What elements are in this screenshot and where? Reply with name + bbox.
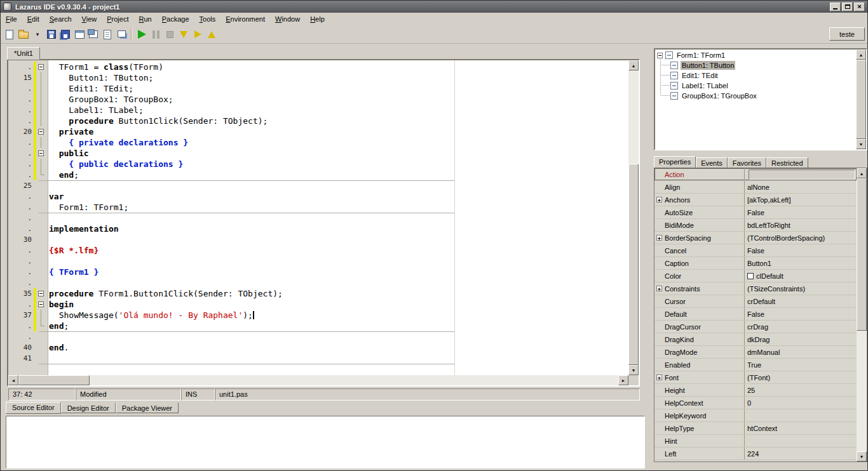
property-value-cell[interactable]: htContext [745,422,857,434]
open-dropdown-button[interactable]: ▾ [31,27,44,41]
code-line[interactable]: Button1: TButton; [49,72,628,83]
inspector-tab-properties[interactable]: Properties [654,156,696,168]
code-line[interactable] [49,277,628,288]
property-row-helpkeyword[interactable]: HelpKeyword [654,409,857,422]
code-line[interactable]: { public declarations } [49,159,628,169]
property-row-align[interactable]: AlignalNone [654,181,857,194]
property-value-cell[interactable]: 25 [745,384,857,396]
close-button[interactable]: × [854,3,865,11]
property-value-cell[interactable] [745,435,857,447]
tree-node-groupbox1[interactable]: GroupBox1: TGroupBox [655,91,856,101]
property-value-cell[interactable]: 224 [745,448,857,460]
inspector-tab-restricted[interactable]: Restricted [766,157,808,168]
grid-scrollbar[interactable]: ▲ ▼ [857,168,867,461]
run-button[interactable] [135,27,149,41]
fold-toggle-icon[interactable] [38,129,44,135]
property-row-anchors[interactable]: +Anchors[akTop,akLeft] [654,194,857,206]
tree-node-form1[interactable]: Form1: TForm1 [655,50,856,60]
property-value-cell[interactable]: (TControlBorderSpacing) [745,232,857,244]
property-value-cell[interactable]: bdLeftToRight [745,219,857,231]
property-row-constraints[interactable]: +Constraints(TSizeConstraints) [654,282,857,295]
view-tab-source-editor[interactable]: Source Editor [6,402,61,414]
property-row-hint[interactable]: Hint [654,435,857,448]
grid-scroll-thumb[interactable] [857,178,867,331]
menu-project[interactable]: Project [102,14,133,24]
property-value-cell[interactable] [745,409,857,421]
view-tab-design-editor[interactable]: Design Editor [61,402,116,413]
property-value-cell[interactable]: 0 [745,397,857,409]
new-form-button[interactable] [72,27,86,41]
teste-button[interactable]: teste [829,27,865,41]
property-value-cell[interactable]: (TFont) [745,371,857,383]
menu-window[interactable]: Window [270,14,305,24]
property-value-cell[interactable]: dmManual [745,346,857,358]
code-line[interactable]: Form1: TForm1; [49,202,628,213]
step-into-button[interactable] [177,27,191,41]
code-line[interactable] [49,331,628,342]
tree-node-button1[interactable]: Button1: TButton [655,60,856,70]
code-line[interactable]: TForm1 = class(TForm) [49,62,628,72]
fold-toggle-icon[interactable] [38,64,44,70]
property-value-cell[interactable]: Button1 [745,257,857,269]
property-value-cell[interactable]: [akTop,akLeft] [745,194,857,206]
fold-toggle-icon[interactable] [38,302,44,307]
code-line[interactable]: Edit1: TEdit; [49,83,628,94]
restore-button[interactable] [842,3,853,11]
new-unit-button[interactable] [3,27,17,41]
vscroll-thumb[interactable] [628,164,639,365]
code-line[interactable]: end; [49,169,628,180]
tree-scroll-thumb[interactable] [856,60,866,139]
toggle-form-unit-button[interactable] [86,27,100,41]
code-line[interactable]: { TForm1 } [49,267,628,277]
property-value-cell[interactable]: (TSizeConstraints) [745,282,857,295]
code-line[interactable] [49,213,628,223]
tree-node-label1[interactable]: Label1: TLabel [655,81,856,91]
property-row-cursor[interactable]: CursorcrDefault [654,295,857,308]
property-value-cell[interactable]: alNone [745,181,857,193]
scroll-down-icon[interactable]: ▼ [628,365,639,375]
view-units-button[interactable] [100,27,114,41]
property-row-dragmode[interactable]: DragModedmManual [654,346,857,359]
property-value-editor[interactable] [749,169,855,180]
editor-hscrollbar[interactable]: ◄ ► [8,375,628,385]
expand-icon[interactable]: + [656,197,662,202]
hscroll-thumb[interactable] [18,375,90,385]
editor-vscrollbar[interactable]: ▲ ▼ [628,60,639,375]
property-row-helpcontext[interactable]: HelpContext0 [654,397,857,409]
code-line[interactable]: ShowMessage('Olá mundo! - By Raphael'); [49,310,628,321]
code-line[interactable]: private [49,126,628,137]
tree-node-edit1[interactable]: Edit1: TEdit [655,70,856,81]
code-line[interactable] [49,234,628,245]
code-line[interactable] [49,256,628,267]
tree-scrollbar[interactable]: ▲ ▼ [856,50,866,149]
property-grid[interactable]: ActionAlignalNone+Anchors[akTop,akLeft]A… [654,168,867,462]
scroll-down-icon[interactable]: ▼ [857,451,867,461]
code-line[interactable]: end. [49,342,628,353]
code-line[interactable]: begin [49,299,628,310]
code-line[interactable]: procedure TForm1.Button1Click(Sender: TO… [49,288,628,299]
menu-tools[interactable]: Tools [194,14,221,24]
property-value-cell[interactable]: clDefault [745,270,857,282]
property-row-dragkind[interactable]: DragKinddkDrag [654,333,857,346]
collapse-icon[interactable] [657,53,663,58]
code-line[interactable]: end; [49,321,628,331]
property-row-dragcursor[interactable]: DragCursorcrDrag [654,321,857,333]
menu-file[interactable]: File [1,14,22,24]
pause-button[interactable] [149,27,163,41]
property-row-bidimode[interactable]: BidiModebdLeftToRight [654,219,857,232]
code-line[interactable]: var [49,191,628,202]
inspector-tab-favorites[interactable]: Favorites [728,157,766,168]
fold-toggle-icon[interactable] [38,291,44,296]
code-line[interactable]: {$R *.lfm} [49,245,628,256]
minimize-button[interactable] [830,3,841,11]
property-value-cell[interactable] [745,168,857,180]
property-row-autosize[interactable]: AutoSizeFalse [654,206,857,219]
menu-help[interactable]: Help [305,14,330,24]
save-button[interactable] [44,27,58,41]
menu-view[interactable]: View [77,14,102,24]
component-tree[interactable]: Form1: TForm1Button1: TButtonEdit1: TEdi… [654,48,867,150]
title-bar[interactable]: Lazarus IDE v0.9.30.4 - project1 × [1,1,867,13]
property-row-cancel[interactable]: CancelFalse [654,244,857,257]
code-line[interactable] [49,180,628,191]
property-row-default[interactable]: DefaultFalse [654,308,857,321]
